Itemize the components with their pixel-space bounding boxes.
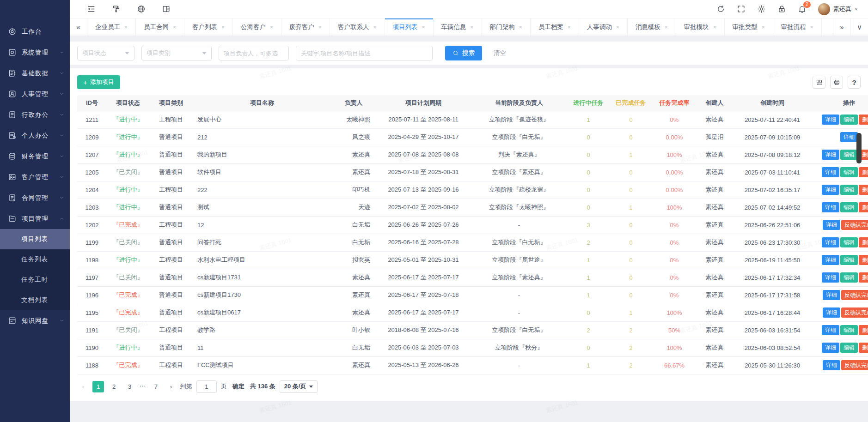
tabs-scroll-right-button[interactable]: » xyxy=(833,18,850,36)
edit-button[interactable]: 编辑 xyxy=(840,167,858,177)
detail-button[interactable]: 详细 xyxy=(822,150,839,160)
tabs-menu-button[interactable]: ∨ xyxy=(850,18,868,36)
edit-button[interactable]: 编辑 xyxy=(840,202,858,212)
sidebar-subitem-doc-list[interactable]: 文档列表 xyxy=(0,290,70,310)
page-size-select[interactable]: 20 条/页 xyxy=(280,380,318,393)
edit-button[interactable]: 编辑 xyxy=(840,237,858,247)
detail-button[interactable]: 详细 xyxy=(822,202,839,212)
detail-button[interactable]: 详细 xyxy=(822,272,839,283)
detail-button[interactable]: 详细 xyxy=(822,167,839,177)
notification-bell-icon[interactable]: 2 xyxy=(798,5,807,13)
sidebar-item-personal[interactable]: 个人办公 xyxy=(0,125,70,146)
prev-page-button[interactable]: ‹ xyxy=(78,383,88,390)
edit-button[interactable]: 编辑 xyxy=(840,150,858,160)
theme-brush-icon[interactable] xyxy=(112,5,121,13)
unconfirm-button[interactable]: 反确认完成 xyxy=(841,290,868,300)
detail-button[interactable]: 详细 xyxy=(823,220,840,230)
tab-close-icon[interactable]: × xyxy=(762,24,765,30)
edit-button[interactable]: 编辑 xyxy=(840,185,858,195)
settings-gear-icon[interactable] xyxy=(757,5,766,13)
sidebar-item-customer[interactable]: 客户管理 xyxy=(0,167,70,187)
delete-button[interactable]: 删除 xyxy=(859,272,868,283)
tab-enterprise-employees[interactable]: 企业员工× xyxy=(87,18,136,36)
delete-button[interactable]: 删除 xyxy=(859,255,868,265)
add-project-button[interactable]: + 添加项目 xyxy=(77,75,120,89)
detail-button[interactable]: 详细 xyxy=(823,290,840,300)
goto-confirm-button[interactable]: 确定 xyxy=(232,382,245,391)
delete-button[interactable]: 删除 xyxy=(859,325,868,335)
tab-employee-archives[interactable]: 员工档案× xyxy=(531,18,579,36)
menu-collapse-icon[interactable] xyxy=(87,5,96,13)
unconfirm-button[interactable]: 反确认完成 xyxy=(841,360,868,370)
delete-button[interactable]: 删除 xyxy=(859,115,868,125)
lock-icon[interactable] xyxy=(777,5,786,13)
tab-customer-contacts[interactable]: 客户联系人× xyxy=(330,18,385,36)
tab-vehicle-info[interactable]: 车辆信息× xyxy=(434,18,482,36)
tab-customer-list[interactable]: 客户列表× xyxy=(184,18,233,36)
sidebar-item-system[interactable]: 系统管理 xyxy=(0,42,70,63)
tab-close-icon[interactable]: × xyxy=(173,24,176,30)
tab-approval-types[interactable]: 审批类型× xyxy=(725,18,773,36)
tab-employee-contracts[interactable]: 员工合同× xyxy=(136,18,184,36)
fullscreen-icon[interactable] xyxy=(737,5,746,13)
page-button-7[interactable]: 7 xyxy=(150,381,162,392)
detail-button[interactable]: 详细 xyxy=(823,307,840,318)
tab-department-structure[interactable]: 部门架构× xyxy=(482,18,531,36)
sidebar-item-admin[interactable]: 行政办公 xyxy=(0,104,70,125)
language-globe-icon[interactable] xyxy=(137,5,146,13)
unconfirm-button[interactable]: 反确认完成 xyxy=(841,220,868,230)
sidebar-item-hr[interactable]: 人事管理 xyxy=(0,84,70,104)
detail-button[interactable]: 详细 xyxy=(822,115,839,125)
tab-close-icon[interactable]: × xyxy=(810,24,813,30)
edit-button[interactable]: 编辑 xyxy=(840,255,858,265)
tab-discarded-customers[interactable]: 废弃客户× xyxy=(281,18,330,36)
edit-button[interactable]: 编辑 xyxy=(840,343,858,353)
detail-button[interactable]: 详细 xyxy=(823,360,840,370)
project-owner-input[interactable] xyxy=(219,46,289,60)
delete-button[interactable]: 删除 xyxy=(859,202,868,212)
delete-button[interactable]: 删除 xyxy=(859,167,868,177)
user-menu[interactable]: 素还真 ∨ xyxy=(818,3,858,15)
tab-close-icon[interactable]: × xyxy=(318,24,322,30)
layout-icon[interactable] xyxy=(162,5,171,13)
tab-close-icon[interactable]: × xyxy=(124,24,128,30)
search-button[interactable]: 搜索 xyxy=(445,46,482,60)
tab-message-templates[interactable]: 消息模板× xyxy=(628,18,676,36)
refresh-icon[interactable] xyxy=(716,5,725,13)
tab-public-sea-customers[interactable]: 公海客户× xyxy=(233,18,281,36)
unconfirm-button[interactable]: 反确认完成 xyxy=(841,307,868,318)
tab-close-icon[interactable]: × xyxy=(568,24,571,30)
tab-project-list[interactable]: 项目列表× xyxy=(385,18,434,36)
tab-close-icon[interactable]: × xyxy=(471,24,474,30)
help-button[interactable]: ? xyxy=(848,76,861,89)
sidebar-item-project[interactable]: 项目管理 xyxy=(0,208,70,229)
tabs-scroll-left-button[interactable]: « xyxy=(70,18,87,36)
edit-button[interactable]: 编辑 xyxy=(840,272,858,283)
delete-button[interactable]: 删除 xyxy=(859,185,868,195)
tab-close-icon[interactable]: × xyxy=(616,24,619,30)
keyword-input[interactable] xyxy=(296,46,433,60)
delete-button[interactable]: 删除 xyxy=(859,343,868,353)
tab-close-icon[interactable]: × xyxy=(270,24,273,30)
sidebar-item-basicdata[interactable]: 基础数据 xyxy=(0,63,70,84)
tab-close-icon[interactable]: × xyxy=(422,24,425,30)
tab-approval-flows[interactable]: 审批流程× xyxy=(773,18,822,36)
tab-approval-modules[interactable]: 审批模块× xyxy=(676,18,725,36)
tab-close-icon[interactable]: × xyxy=(373,24,377,30)
tab-close-icon[interactable]: × xyxy=(713,24,716,30)
sidebar-item-knowledge[interactable]: 知识网盘 xyxy=(0,310,70,331)
sidebar-subitem-task-hours[interactable]: 任务工时 xyxy=(0,270,70,290)
next-page-button[interactable]: › xyxy=(166,383,176,390)
edit-button[interactable]: 编辑 xyxy=(840,325,858,335)
detail-button[interactable]: 详细 xyxy=(822,255,839,265)
detail-button[interactable]: 详细 xyxy=(822,185,839,195)
sidebar-item-finance[interactable]: 财务管理 xyxy=(0,146,70,167)
page-button-1[interactable]: 1 xyxy=(92,381,104,392)
sidebar-item-contract[interactable]: 合同管理 xyxy=(0,187,70,208)
vertical-scrollbar-thumb[interactable] xyxy=(856,133,862,163)
tab-hr-transfers[interactable]: 人事调动× xyxy=(579,18,628,36)
detail-button[interactable]: 详细 xyxy=(822,325,839,335)
tab-close-icon[interactable]: × xyxy=(519,24,522,30)
detail-button[interactable]: 详细 xyxy=(822,343,839,353)
project-status-select[interactable]: 项目状态 xyxy=(77,46,134,60)
